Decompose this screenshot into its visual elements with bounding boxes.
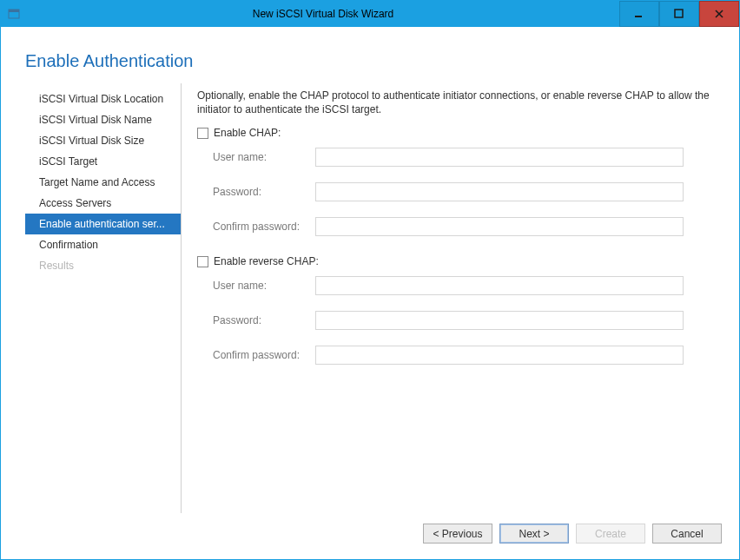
maximize-button[interactable] [659, 1, 699, 27]
cancel-button[interactable]: Cancel [652, 524, 722, 544]
close-icon [714, 9, 724, 19]
step-access-servers[interactable]: Access Servers [25, 193, 181, 214]
step-target-name[interactable]: Target Name and Access [25, 172, 181, 193]
minimize-icon [634, 9, 644, 19]
page-title: Enable Authentication [25, 51, 739, 71]
rchap-username-row: User name: [213, 276, 715, 295]
create-button: Create [576, 524, 645, 544]
rchap-password-input[interactable] [315, 311, 684, 330]
chap-password-row: Password: [213, 182, 715, 201]
rchap-password-row: Password: [213, 311, 715, 330]
rchap-confirm-input[interactable] [315, 346, 684, 365]
enable-reverse-chap-checkbox[interactable] [197, 256, 208, 267]
window-controls [619, 1, 739, 27]
rchap-username-input[interactable] [315, 276, 684, 295]
svg-rect-2 [635, 16, 642, 17]
content-pane: Optionally, enable the CHAP protocol to … [197, 83, 715, 513]
svg-rect-1 [9, 10, 19, 12]
window-title: New iSCSI Virtual Disk Wizard [27, 1, 619, 27]
enable-reverse-chap-label: Enable reverse CHAP: [214, 255, 319, 267]
chap-confirm-label: Confirm password: [213, 221, 315, 233]
maximize-icon [674, 9, 684, 19]
client-area: Enable Authentication iSCSI Virtual Disk… [1, 27, 739, 559]
rchap-username-label: User name: [213, 280, 315, 292]
enable-chap-checkbox[interactable] [197, 128, 208, 139]
step-disk-name[interactable]: iSCSI Virtual Disk Name [25, 109, 181, 130]
close-button[interactable] [699, 1, 739, 27]
rchap-confirm-row: Confirm password: [213, 346, 715, 365]
enable-reverse-chap-row: Enable reverse CHAP: [197, 255, 715, 267]
wizard-steps: iSCSI Virtual Disk Location iSCSI Virtua… [25, 83, 182, 513]
titlebar: New iSCSI Virtual Disk Wizard [1, 1, 739, 27]
description-text: Optionally, enable the CHAP protocol to … [197, 89, 715, 116]
chap-username-label: User name: [213, 151, 315, 163]
wizard-window: New iSCSI Virtual Disk Wizard Enable Aut… [0, 0, 740, 560]
step-disk-location[interactable]: iSCSI Virtual Disk Location [25, 89, 181, 109]
body: iSCSI Virtual Disk Location iSCSI Virtua… [1, 83, 739, 513]
chap-confirm-row: Confirm password: [213, 217, 715, 236]
step-enable-authentication[interactable]: Enable authentication ser... [25, 214, 181, 234]
page-header: Enable Authentication [1, 27, 739, 83]
step-iscsi-target[interactable]: iSCSI Target [25, 151, 181, 172]
minimize-button[interactable] [619, 1, 659, 27]
enable-chap-label: Enable CHAP: [214, 127, 281, 139]
chap-password-input[interactable] [315, 182, 684, 201]
app-icon [1, 1, 27, 27]
rchap-confirm-label: Confirm password: [213, 349, 315, 361]
svg-rect-3 [675, 10, 683, 17]
chap-username-input[interactable] [315, 148, 684, 167]
wizard-footer: < Previous Next > Create Cancel [1, 513, 739, 559]
step-results: Results [25, 255, 181, 276]
next-button[interactable]: Next > [499, 524, 569, 544]
chap-username-row: User name: [213, 148, 715, 167]
step-disk-size[interactable]: iSCSI Virtual Disk Size [25, 130, 181, 151]
chap-password-label: Password: [213, 186, 315, 198]
enable-chap-row: Enable CHAP: [197, 127, 715, 139]
rchap-password-label: Password: [213, 314, 315, 326]
step-confirmation[interactable]: Confirmation [25, 234, 181, 255]
previous-button[interactable]: < Previous [423, 524, 492, 544]
chap-confirm-input[interactable] [315, 217, 684, 236]
